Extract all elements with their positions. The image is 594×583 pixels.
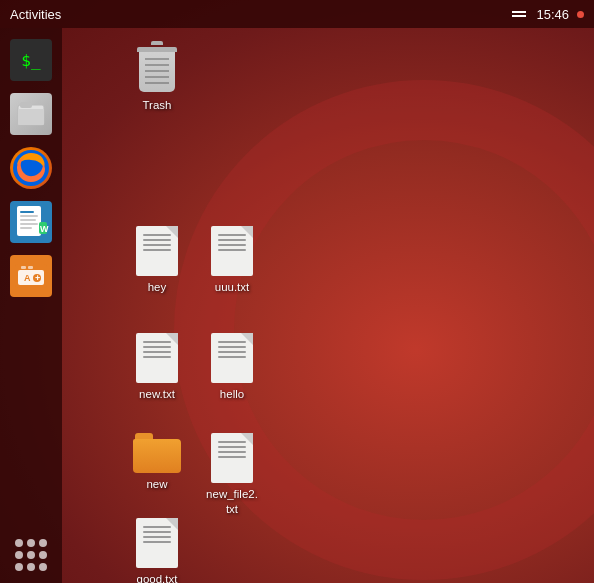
dock-item-firefox[interactable] (7, 144, 55, 192)
grid-dot (27, 563, 35, 571)
uuu-label: uuu.txt (212, 279, 253, 296)
grid-dot (39, 539, 47, 547)
dock-item-terminal[interactable]: $_ (7, 36, 55, 84)
file-line (143, 249, 171, 251)
file-line (143, 346, 171, 348)
menu-line (512, 15, 526, 17)
svg-text:W: W (40, 224, 49, 234)
files-icon (10, 93, 52, 135)
file-line (218, 446, 246, 448)
svg-rect-7 (20, 219, 36, 221)
trash-line (145, 58, 169, 60)
file-line (218, 346, 246, 348)
writer-icon: W (10, 201, 52, 243)
file-line (143, 341, 171, 343)
trash-body (139, 52, 175, 92)
dock: $_ (0, 28, 62, 583)
file-line (143, 356, 171, 358)
trash-handle (151, 41, 163, 45)
svg-rect-15 (28, 266, 33, 269)
grid-dot (15, 539, 23, 547)
terminal-icon: $_ (10, 39, 52, 81)
file-line (218, 249, 246, 251)
desktop-icon-hello[interactable]: hello (192, 333, 272, 403)
grid-dot (39, 563, 47, 571)
new-folder-icon (133, 433, 181, 473)
activities-button[interactable]: Activities (10, 7, 61, 22)
trash-line (145, 82, 169, 84)
new-file2-icon (211, 433, 253, 483)
svg-text:+: + (35, 273, 40, 283)
file-line (218, 234, 246, 236)
grid-dot (39, 551, 47, 559)
trash-line (145, 76, 169, 78)
desktop-icon-good-txt[interactable]: good.txt (117, 518, 197, 583)
system-menu-icon[interactable] (512, 11, 526, 17)
file-line (218, 441, 246, 443)
trash-line (145, 64, 169, 66)
file-line (218, 356, 246, 358)
clock: 15:46 (536, 7, 569, 22)
trash-lid (137, 47, 177, 52)
desktop-icon-trash[interactable]: Trash (117, 38, 197, 114)
grid-dot (27, 551, 35, 559)
svg-text:A: A (24, 273, 31, 283)
file-line (143, 234, 171, 236)
hello-file-icon (211, 333, 253, 383)
firefox-icon (10, 147, 52, 189)
file-line (218, 244, 246, 246)
software-icon: A + (10, 255, 52, 297)
file-line (143, 526, 171, 528)
hello-label: hello (217, 386, 247, 403)
svg-rect-6 (20, 215, 38, 217)
svg-rect-2 (20, 102, 32, 108)
topbar: Activities 15:46 (0, 0, 594, 28)
svg-rect-1 (18, 109, 44, 125)
status-dot (577, 11, 584, 18)
file-line (143, 351, 171, 353)
svg-rect-9 (20, 227, 32, 229)
file-line (143, 531, 171, 533)
desktop-icon-new-file2[interactable]: new_file2. txt (192, 433, 272, 518)
new-txt-file-icon (136, 333, 178, 383)
good-txt-icon (136, 518, 178, 568)
file-line (218, 341, 246, 343)
file-line (218, 451, 246, 453)
topbar-right: 15:46 (512, 7, 584, 22)
terminal-symbol: $_ (21, 51, 40, 70)
hey-label: hey (145, 279, 170, 296)
new-txt-label: new.txt (136, 386, 178, 403)
folder-body (133, 439, 181, 473)
dock-item-files[interactable] (7, 90, 55, 138)
file-line (218, 351, 246, 353)
svg-rect-8 (20, 223, 38, 225)
dock-item-software[interactable]: A + (7, 252, 55, 300)
good-txt-label: good.txt (134, 571, 181, 583)
new-file2-label: new_file2. txt (203, 486, 261, 518)
svg-rect-5 (20, 211, 34, 213)
svg-rect-14 (21, 266, 26, 269)
new-folder-label: new (143, 476, 170, 493)
file-line (143, 239, 171, 241)
dock-item-writer[interactable]: W (7, 198, 55, 246)
show-applications-button[interactable] (15, 539, 47, 571)
hey-file-icon (136, 226, 178, 276)
file-line (218, 239, 246, 241)
uuu-file-icon (211, 226, 253, 276)
menu-line (512, 11, 526, 13)
file-line (143, 541, 171, 543)
trash-icon (131, 38, 183, 94)
grid-dot (15, 563, 23, 571)
trash-lines (139, 58, 175, 84)
file-line (143, 244, 171, 246)
desktop-icon-new-folder[interactable]: new (117, 433, 197, 493)
file-line (143, 536, 171, 538)
trash-line (145, 70, 169, 72)
desktop-icon-hey[interactable]: hey (117, 226, 197, 296)
desktop-icon-new-txt[interactable]: new.txt (117, 333, 197, 403)
desktop-area: Trash hey uuu.txt new.txt (62, 28, 594, 583)
desktop-icon-uuu[interactable]: uuu.txt (192, 226, 272, 296)
file-line (218, 456, 246, 458)
trash-label: Trash (140, 97, 175, 114)
grid-dot (15, 551, 23, 559)
